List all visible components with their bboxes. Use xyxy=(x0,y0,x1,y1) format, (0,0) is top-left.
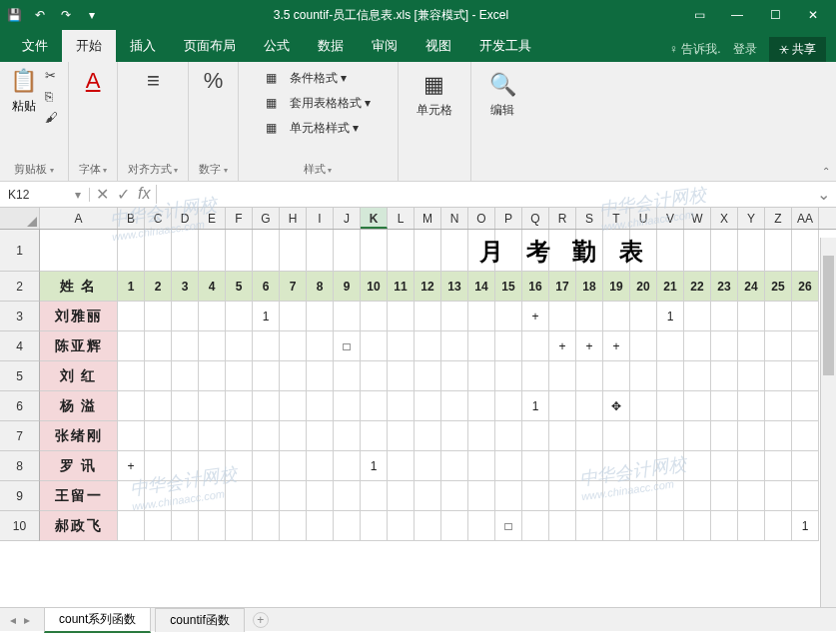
data-cell[interactable] xyxy=(684,302,711,331)
data-cell[interactable] xyxy=(711,302,738,331)
table-format-button[interactable]: ▦套用表格格式 ▾ xyxy=(262,93,375,114)
data-cell[interactable] xyxy=(415,331,441,361)
column-header-AA[interactable]: AA xyxy=(792,208,819,229)
data-cell[interactable] xyxy=(630,511,657,541)
header-cell[interactable]: 10 xyxy=(361,272,388,302)
data-cell[interactable] xyxy=(199,302,226,331)
data-cell[interactable] xyxy=(765,511,792,541)
name-cell[interactable]: 王留一 xyxy=(40,481,118,511)
row-header-5[interactable]: 5 xyxy=(0,361,40,391)
column-header-F[interactable]: F xyxy=(226,208,253,229)
data-cell[interactable] xyxy=(549,511,576,541)
data-cell[interactable] xyxy=(765,331,792,361)
data-cell[interactable] xyxy=(172,421,199,451)
tab-view[interactable]: 视图 xyxy=(412,30,465,62)
cut-icon[interactable]: ✂ xyxy=(45,68,58,83)
data-cell[interactable] xyxy=(172,331,199,361)
data-cell[interactable] xyxy=(307,331,334,361)
share-button[interactable]: ⚹ 共享 xyxy=(769,37,826,62)
cell[interactable] xyxy=(388,230,415,272)
row-header-10[interactable]: 10 xyxy=(0,511,40,541)
data-cell[interactable] xyxy=(711,421,738,451)
column-header-S[interactable]: S xyxy=(576,208,603,229)
column-header-A[interactable]: A xyxy=(40,208,118,229)
column-header-M[interactable]: M xyxy=(415,208,441,229)
data-cell[interactable]: ✥ xyxy=(603,391,630,421)
header-cell[interactable]: 7 xyxy=(280,272,307,302)
maximize-icon[interactable]: ☐ xyxy=(757,2,793,28)
data-cell[interactable]: 1 xyxy=(522,391,549,421)
data-cell[interactable] xyxy=(307,481,334,511)
row-header-3[interactable]: 3 xyxy=(0,302,40,331)
data-cell[interactable] xyxy=(172,361,199,391)
data-cell[interactable] xyxy=(415,421,441,451)
data-cell[interactable] xyxy=(522,331,549,361)
column-header-Q[interactable]: Q xyxy=(522,208,549,229)
data-cell[interactable] xyxy=(684,361,711,391)
data-cell[interactable] xyxy=(468,331,495,361)
data-cell[interactable] xyxy=(576,481,603,511)
header-cell[interactable]: 5 xyxy=(226,272,253,302)
header-cell[interactable]: 23 xyxy=(711,272,738,302)
data-cell[interactable] xyxy=(549,361,576,391)
data-cell[interactable] xyxy=(334,421,361,451)
data-cell[interactable] xyxy=(495,391,522,421)
data-cell[interactable]: 1 xyxy=(657,302,684,331)
ribbon-options-icon[interactable]: ▭ xyxy=(681,2,717,28)
data-cell[interactable] xyxy=(441,391,468,421)
cell-styles-button[interactable]: ▦单元格样式 ▾ xyxy=(262,118,375,139)
header-cell[interactable]: 4 xyxy=(199,272,226,302)
data-cell[interactable] xyxy=(738,391,765,421)
cell[interactable] xyxy=(253,230,280,272)
header-cell[interactable]: 12 xyxy=(415,272,441,302)
data-cell[interactable] xyxy=(468,361,495,391)
data-cell[interactable] xyxy=(792,391,819,421)
data-cell[interactable] xyxy=(657,361,684,391)
column-header-H[interactable]: H xyxy=(280,208,307,229)
data-cell[interactable] xyxy=(118,511,145,541)
name-cell[interactable]: 张绪刚 xyxy=(40,421,118,451)
format-painter-icon[interactable]: 🖌 xyxy=(45,110,58,125)
data-cell[interactable] xyxy=(441,302,468,331)
data-cell[interactable] xyxy=(361,361,388,391)
data-cell[interactable] xyxy=(307,451,334,481)
data-cell[interactable] xyxy=(738,331,765,361)
column-header-U[interactable]: U xyxy=(630,208,657,229)
data-cell[interactable] xyxy=(226,302,253,331)
tab-home[interactable]: 开始 xyxy=(62,30,116,62)
data-cell[interactable] xyxy=(361,391,388,421)
data-cell[interactable] xyxy=(468,451,495,481)
column-header-O[interactable]: O xyxy=(468,208,495,229)
paste-icon[interactable]: 📋 xyxy=(10,68,37,94)
data-cell[interactable] xyxy=(522,421,549,451)
data-cell[interactable] xyxy=(388,361,415,391)
copy-icon[interactable]: ⎘ xyxy=(45,89,58,104)
data-cell[interactable] xyxy=(684,511,711,541)
tab-data[interactable]: 数据 xyxy=(304,30,358,62)
data-cell[interactable] xyxy=(684,451,711,481)
column-header-W[interactable]: W xyxy=(684,208,711,229)
header-cell[interactable]: 6 xyxy=(253,272,280,302)
data-cell[interactable] xyxy=(388,511,415,541)
data-cell[interactable] xyxy=(118,302,145,331)
column-header-Y[interactable]: Y xyxy=(738,208,765,229)
redo-icon[interactable]: ↷ xyxy=(57,6,75,24)
data-cell[interactable] xyxy=(145,511,172,541)
header-cell[interactable]: 1 xyxy=(118,272,145,302)
data-cell[interactable] xyxy=(118,481,145,511)
tell-me[interactable]: ♀ 告诉我. xyxy=(669,41,721,58)
data-cell[interactable] xyxy=(253,391,280,421)
sheet-tab-1[interactable]: countif函数 xyxy=(155,608,244,632)
data-cell[interactable] xyxy=(657,421,684,451)
fx-icon[interactable]: fx xyxy=(138,185,150,204)
data-cell[interactable] xyxy=(468,302,495,331)
data-cell[interactable] xyxy=(388,451,415,481)
column-header-I[interactable]: I xyxy=(307,208,334,229)
header-cell[interactable]: 3 xyxy=(172,272,199,302)
data-cell[interactable] xyxy=(441,421,468,451)
cell[interactable] xyxy=(657,230,684,272)
name-cell[interactable]: 陈亚辉 xyxy=(40,331,118,361)
data-cell[interactable] xyxy=(576,511,603,541)
align-icon[interactable]: ≡ xyxy=(147,68,160,94)
row-header-7[interactable]: 7 xyxy=(0,421,40,451)
